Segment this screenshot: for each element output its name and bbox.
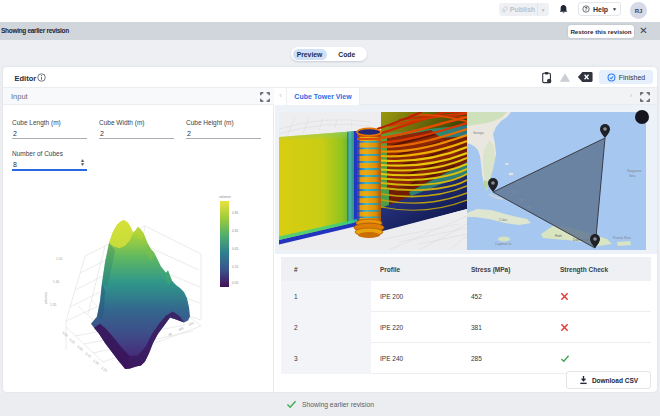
svg-text:0.75: 0.75 xyxy=(84,352,91,359)
svg-text:0.85: 0.85 xyxy=(232,211,238,215)
svg-text:150: 150 xyxy=(188,321,195,327)
svg-text:Georgia: Georgia xyxy=(473,131,484,135)
svg-text:?: ? xyxy=(585,7,588,12)
svg-text:1.25: 1.25 xyxy=(100,366,107,373)
svg-text:50: 50 xyxy=(168,332,173,337)
svg-text:1.00: 1.00 xyxy=(92,359,99,366)
svg-text:Cuba: Cuba xyxy=(499,218,507,222)
svg-text:Sea: Sea xyxy=(629,174,635,178)
svg-text:Cayman Is: Cayman Is xyxy=(495,242,512,246)
svg-text:0.25: 0.25 xyxy=(68,338,75,345)
svg-text:0.45: 0.45 xyxy=(232,247,238,251)
svg-text:0.25: 0.25 xyxy=(232,265,238,269)
svg-text:Haiti: Haiti xyxy=(555,234,562,238)
svg-text:0.65: 0.65 xyxy=(232,229,238,233)
svg-text:0.50: 0.50 xyxy=(76,345,83,352)
svg-text:100: 100 xyxy=(178,326,185,332)
svg-text:volumes: volumes xyxy=(219,195,231,199)
svg-text:1.55: 1.55 xyxy=(56,257,62,261)
svg-text:1.35: 1.35 xyxy=(50,303,56,307)
svg-text:volumes: volumes xyxy=(44,292,48,304)
svg-text:1.45: 1.45 xyxy=(53,280,59,284)
svg-text:0.00: 0.00 xyxy=(61,331,68,338)
svg-text:Puerto Rico: Puerto Rico xyxy=(613,236,631,240)
svg-text:0.05: 0.05 xyxy=(232,281,238,285)
svg-text:Sargasso: Sargasso xyxy=(627,169,641,173)
